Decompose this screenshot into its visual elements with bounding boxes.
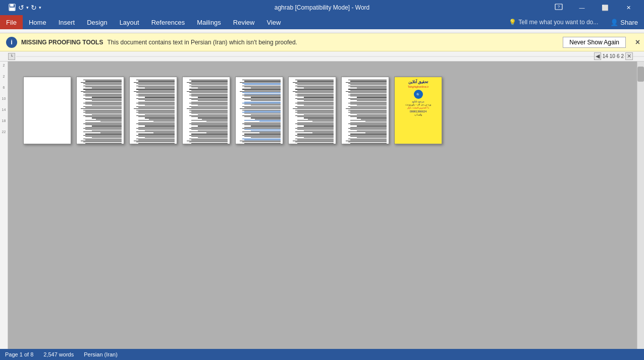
help-button[interactable]: ? (547, 0, 570, 16)
zoom-10: 10 (610, 53, 615, 59)
ruler-num-10: 10 (2, 97, 6, 100)
page-thumb-4[interactable] (182, 77, 230, 144)
zoom-prev-button[interactable]: ◀ (594, 52, 601, 60)
vertical-ruler: 2 2 6 10 14 18 22 (0, 62, 8, 349)
page-thumb-7[interactable] (341, 77, 389, 144)
notification-bar: i MISSING PROOFING TOOLS This document c… (0, 33, 644, 51)
minimize-button[interactable]: — (570, 0, 594, 16)
undo-icon[interactable]: ↺ (18, 4, 24, 12)
tab-insert[interactable]: Insert (52, 15, 81, 29)
ruler-num-14: 14 (2, 108, 6, 111)
share-button[interactable]: 👤 Share (604, 15, 644, 29)
redo-icon[interactable]: ↻ (31, 4, 37, 12)
word-count: 2,547 words (43, 351, 74, 357)
page-thumb-3[interactable] (129, 77, 177, 144)
svg-text:?: ? (558, 5, 560, 9)
document-area: تحقیق آنلاین Tahghighonline.ir 🔍 مرجع دا… (8, 62, 637, 349)
share-label: Share (620, 19, 638, 26)
tab-references[interactable]: References (145, 15, 191, 29)
page-thumb-8[interactable]: تحقیق آنلاین Tahghighonline.ir 🔍 مرجع دا… (394, 77, 442, 144)
tell-me-box[interactable]: 💡 Tell me what you want to do... (503, 15, 604, 29)
ruler-num-18: 18 (2, 119, 6, 123)
quick-access-toolbar: ↺ ▾ ↻ ▾ (4, 4, 45, 12)
never-show-again-button[interactable]: Never Show Again (563, 37, 626, 48)
notification-close-button[interactable]: × (635, 38, 640, 47)
ruler-num-2a: 2 (3, 64, 5, 67)
tab-mailings[interactable]: Mailings (191, 15, 227, 29)
tab-home[interactable]: Home (23, 15, 52, 29)
tab-file[interactable]: File (0, 15, 23, 29)
svg-rect-2 (10, 8, 15, 11)
tab-review[interactable]: Review (227, 15, 261, 29)
lightbulb-icon: 💡 (509, 19, 516, 26)
undo-dropdown-icon[interactable]: ▾ (26, 5, 29, 10)
close-button[interactable]: ✕ (617, 0, 640, 16)
notification-icon: i (6, 37, 17, 48)
tab-layout[interactable]: Layout (114, 15, 145, 29)
zoom-controls: ◀ 14 10 6 2 ✕ (594, 52, 633, 60)
page-thumb-2[interactable] (76, 77, 124, 144)
notification-message: This document contains text in Persian (… (107, 39, 297, 46)
language-info: Persian (Iran) (84, 351, 118, 357)
more-quick-access-icon[interactable]: ▾ (39, 5, 41, 10)
page-thumb-6[interactable] (288, 77, 336, 144)
status-bar: Page 1 of 8 2,547 words Persian (Iran) (0, 349, 644, 360)
vertical-scrollbar[interactable] (637, 62, 644, 349)
horizontal-ruler: └ ◀ 14 10 6 2 ✕ (0, 51, 644, 62)
zoom-next-button[interactable]: ✕ (625, 52, 633, 60)
tell-me-text: Tell me what you want to do... (518, 19, 598, 26)
window-title: aghrab [Compatibility Mode] - Word (275, 4, 370, 11)
tab-view[interactable]: View (260, 15, 287, 29)
ruler-num-6: 6 (3, 86, 5, 89)
save-icon[interactable] (8, 4, 16, 12)
scrollbar-thumb[interactable] (637, 67, 644, 82)
ruler-num-22: 22 (2, 130, 6, 134)
zoom-6: 6 (617, 53, 620, 59)
restore-button[interactable]: ⬜ (594, 0, 617, 16)
share-icon: 👤 (610, 19, 618, 26)
svg-rect-1 (10, 4, 14, 7)
ruler-num-2b: 2 (3, 75, 5, 78)
ribbon-content-area (0, 29, 644, 33)
pages-container: تحقیق آنلاین Tahghighonline.ir 🔍 مرجع دا… (23, 77, 622, 144)
zoom-2: 2 (621, 53, 624, 59)
zoom-14: 14 (603, 53, 608, 59)
tab-design[interactable]: Design (81, 15, 113, 29)
page-info: Page 1 of 8 (5, 351, 33, 357)
notification-title: MISSING PROOFING TOOLS (21, 39, 103, 46)
ruler-corner[interactable]: └ (8, 53, 15, 60)
page-thumb-1[interactable] (23, 77, 71, 144)
page-thumb-5[interactable] (235, 77, 283, 144)
